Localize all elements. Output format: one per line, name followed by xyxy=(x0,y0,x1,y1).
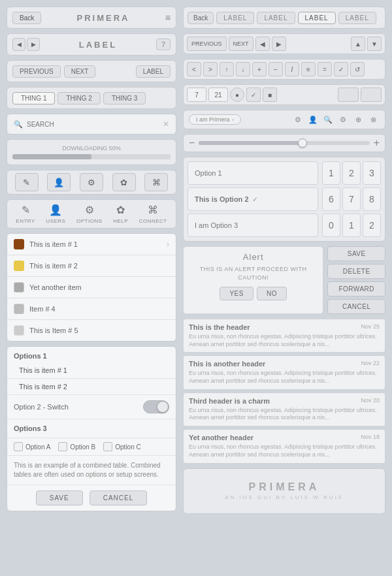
combined-list-item[interactable]: This is item # 1 xyxy=(7,362,176,379)
list-item[interactable]: Item # 4 xyxy=(7,298,176,320)
news-date: Nov 18 xyxy=(361,434,380,441)
entry-item[interactable]: ✎ ENTRY xyxy=(16,204,35,224)
clear-icon[interactable]: ✕ xyxy=(163,120,169,129)
user-icon-button[interactable]: 👤 xyxy=(47,173,71,191)
option-1-label[interactable]: Option 1 xyxy=(188,161,318,185)
tab-thing2[interactable]: THING 2 xyxy=(57,92,100,104)
label-next-button[interactable]: ▶ xyxy=(27,38,40,51)
tab-thing3[interactable]: THING 3 xyxy=(103,92,146,104)
cancel-button[interactable]: CANCEL xyxy=(90,490,148,505)
chevron-right-btn[interactable]: > xyxy=(203,62,218,76)
checkbox-option-a[interactable]: Option A xyxy=(14,442,50,451)
alert-no-button[interactable]: NO xyxy=(257,287,287,300)
plus-btn[interactable]: + xyxy=(252,62,267,76)
equals-btn[interactable]: = xyxy=(318,62,332,76)
large-square-btn[interactable] xyxy=(338,88,359,102)
combined-list-item[interactable]: This is item # 2 xyxy=(7,379,176,395)
refresh-btn[interactable]: ↺ xyxy=(350,62,365,76)
settings-icon-button[interactable]: ⚙ xyxy=(80,173,103,191)
checkbox-box[interactable] xyxy=(14,442,23,451)
item-text: Yet another item xyxy=(29,283,169,291)
minus-btn[interactable]: − xyxy=(269,62,283,76)
list-btn[interactable]: ≡ xyxy=(301,62,316,76)
search-icon[interactable]: 🔍 xyxy=(321,113,335,126)
large-square-btn-2[interactable] xyxy=(361,88,382,102)
gear-icon[interactable]: ⚙ xyxy=(336,113,350,126)
news-title: This is the header xyxy=(189,323,250,331)
slider-plus-icon[interactable]: + xyxy=(374,137,380,149)
chevron-left-btn[interactable]: < xyxy=(187,62,201,76)
slider-minus-icon[interactable]: − xyxy=(189,137,195,149)
list-item[interactable]: This is item # 2 xyxy=(7,255,176,277)
prevnext-bar: PREVIOUS NEXT LABEL xyxy=(7,60,176,82)
label-button[interactable]: LABEL xyxy=(136,65,171,78)
checkbox-box[interactable] xyxy=(103,442,112,451)
slider-thumb[interactable] xyxy=(298,138,307,148)
right-nav: Back LABEL LABEL LABEL LABEL xyxy=(183,7,385,29)
list-item[interactable]: This is Item # 5 xyxy=(7,320,176,341)
circle-button-1[interactable]: ● xyxy=(230,88,244,102)
arrow-up-btn[interactable]: ↑ xyxy=(220,62,234,76)
tabs-bar: THING 1 THING 2 THING 3 xyxy=(7,87,176,109)
delete-action-button[interactable]: DELETE xyxy=(327,264,385,279)
list-item[interactable]: Yet another item xyxy=(7,277,176,298)
news-item[interactable]: This is another header Nov 22 Eu urna ri… xyxy=(183,355,385,389)
slider-track[interactable] xyxy=(199,141,369,145)
menu-icon[interactable]: ≡ xyxy=(165,12,171,23)
back-button[interactable]: Back xyxy=(12,12,41,24)
profile-badge[interactable]: I am Primera › xyxy=(189,114,241,125)
number-row: 7 21 ● ✓ ■ xyxy=(183,84,385,105)
italic-btn[interactable]: I xyxy=(285,62,299,76)
right-tab-label-4[interactable]: LABEL xyxy=(338,12,376,24)
option-2-label[interactable]: This is Option 2 ✓ xyxy=(188,187,318,211)
tab-thing1[interactable]: THING 1 xyxy=(12,92,55,104)
right-tab-label-2[interactable]: LABEL xyxy=(257,12,295,24)
option-3-label[interactable]: I am Option 3 xyxy=(188,214,318,237)
checkbox-option-c[interactable]: Option C xyxy=(103,442,140,451)
news-item[interactable]: Yet another header Nov 18 Eu urna risus,… xyxy=(183,429,385,463)
alert-yes-button[interactable]: YES xyxy=(220,287,253,300)
flower-icon-button[interactable]: ✿ xyxy=(112,173,136,191)
save-action-button[interactable]: SAVE xyxy=(327,246,385,261)
help-item[interactable]: ✿ HELP xyxy=(113,204,128,224)
options-item[interactable]: ⚙ OPTIONS xyxy=(76,204,103,224)
users-item[interactable]: 👤 USERS xyxy=(46,204,65,224)
arrow-down-btn[interactable]: ↓ xyxy=(236,62,250,76)
checkbox-box[interactable] xyxy=(58,442,67,451)
news-item[interactable]: Third header is a charm Nov 20 Eu urna r… xyxy=(183,392,385,426)
wifi-icon-button[interactable]: ⌘ xyxy=(144,173,168,191)
item-text: This is item # 2 xyxy=(29,262,169,270)
forward-action-button[interactable]: FORWARD xyxy=(327,281,385,296)
options-icon: ⚙ xyxy=(85,204,94,216)
check-square-button[interactable]: ✓ xyxy=(246,88,261,102)
previous-button-right[interactable]: PREVIOUS xyxy=(187,37,227,51)
user-icon[interactable]: 👤 xyxy=(306,113,319,126)
cancel-action-button[interactable]: CANCEL xyxy=(327,299,385,314)
right-back-button[interactable]: Back xyxy=(188,12,214,24)
save-button[interactable]: SAVE xyxy=(36,490,83,505)
settings-icon[interactable]: ⚙ xyxy=(291,113,304,126)
search-input[interactable] xyxy=(27,121,159,128)
left-arrow-button[interactable]: ◀ xyxy=(255,37,270,51)
next-button[interactable]: NEXT xyxy=(64,65,96,78)
num-cell: 3 xyxy=(363,161,381,185)
list-item[interactable]: This is item # 1 › xyxy=(7,234,176,255)
label-prev-button[interactable]: ◀ xyxy=(12,38,25,51)
down-arrow-button[interactable]: ▼ xyxy=(367,37,382,51)
edit-icon-button[interactable]: ✎ xyxy=(15,173,39,191)
check-btn[interactable]: ✓ xyxy=(334,62,348,76)
news-item[interactable]: This is the header Nov 25 Eu urna risus,… xyxy=(183,319,385,353)
plus-circle-icon[interactable]: ⊕ xyxy=(351,113,365,126)
toggle-switch[interactable] xyxy=(143,400,169,413)
label-bar-text: LABEL xyxy=(40,40,156,50)
previous-button[interactable]: PREVIOUS xyxy=(12,65,61,78)
cross-circle-icon[interactable]: ⊗ xyxy=(367,113,380,126)
connect-item[interactable]: ⌘ CONNECT xyxy=(139,204,167,224)
right-tab-label-1[interactable]: LABEL xyxy=(216,12,254,24)
next-button-right[interactable]: NEXT xyxy=(229,37,253,51)
square-button[interactable]: ■ xyxy=(263,88,277,102)
right-tab-label-3[interactable]: LABEL xyxy=(298,12,336,24)
checkbox-option-b[interactable]: Option B xyxy=(58,442,95,451)
right-arrow-button[interactable]: ▶ xyxy=(272,37,286,51)
up-arrow-button[interactable]: ▲ xyxy=(351,37,365,51)
